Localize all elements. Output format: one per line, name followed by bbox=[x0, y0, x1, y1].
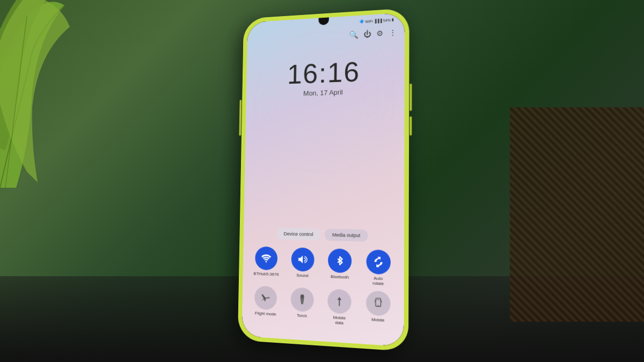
phone-wrapper: 🔷 WiFi ▐▐▐ 54% ▮ 🔍 ⏻ ⚙ ⋮ 16:16 bbox=[238, 8, 409, 352]
battery-icon: ▮ bbox=[392, 18, 394, 22]
phone-body: 🔷 WiFi ▐▐▐ 54% ▮ 🔍 ⏻ ⚙ ⋮ 16:16 bbox=[241, 12, 405, 346]
mobile-tile-icon bbox=[366, 290, 391, 316]
sound-tile[interactable]: Sound bbox=[286, 247, 319, 284]
bluetooth-tile-icon bbox=[328, 248, 352, 273]
volume-up-side-button[interactable] bbox=[239, 100, 241, 136]
torch-tile-icon bbox=[290, 287, 313, 312]
power-side-button[interactable] bbox=[409, 84, 412, 111]
torch-tile-label: Torch bbox=[297, 313, 307, 319]
wifi-tile-label: BTHub5-3676 bbox=[253, 271, 279, 277]
auto-rotate-tile-icon bbox=[366, 249, 391, 275]
clock-area: 16:16 Mon, 17 April bbox=[287, 58, 361, 98]
top-buttons-row: Device control Media output bbox=[248, 227, 399, 242]
bluetooth-status-icon: 🔷 bbox=[360, 19, 364, 24]
auto-rotate-tile-label: Auto rotate bbox=[372, 276, 384, 287]
device-control-button[interactable]: Device control bbox=[276, 227, 320, 240]
svg-point-9 bbox=[266, 261, 267, 262]
flight-mode-tile-icon bbox=[254, 285, 277, 310]
mobile-data-tile[interactable]: Mobile data bbox=[323, 289, 356, 327]
power-icon[interactable]: ⏻ bbox=[363, 29, 371, 39]
battery-percentage: 54% bbox=[383, 18, 391, 23]
clock-time: 16:16 bbox=[287, 58, 360, 88]
bluetooth-tile[interactable]: Bluetooth bbox=[323, 248, 357, 285]
tiles-grid: BTHub5-3676 Sound bbox=[247, 246, 398, 329]
mobile-data-tile-label: Mobile data bbox=[333, 315, 346, 326]
auto-rotate-tile[interactable]: Auto rotate bbox=[361, 249, 396, 287]
spiral-wallpaper bbox=[251, 24, 398, 176]
search-icon[interactable]: 🔍 bbox=[349, 30, 358, 39]
phone-outer-case: 🔷 WiFi ▐▐▐ 54% ▮ 🔍 ⏻ ⚙ ⋮ 16:16 bbox=[238, 8, 409, 352]
volume-down-side-button[interactable] bbox=[409, 116, 412, 136]
sound-tile-icon bbox=[291, 247, 314, 272]
status-icons: 🔷 WiFi ▐▐▐ 54% ▮ bbox=[360, 18, 394, 24]
flight-mode-tile-label: Flight mode bbox=[255, 311, 276, 317]
media-output-button[interactable]: Media output bbox=[325, 228, 368, 241]
mobile-data-tile-icon bbox=[327, 289, 352, 314]
svg-point-2 bbox=[261, 35, 387, 165]
plant-leaves bbox=[0, 0, 145, 198]
more-options-icon[interactable]: ⋮ bbox=[389, 28, 397, 37]
settings-icon[interactable]: ⚙ bbox=[376, 29, 383, 38]
mobile-tile-label: Mobile bbox=[371, 317, 384, 323]
torch-tile[interactable]: Torch bbox=[286, 287, 319, 324]
wifi-status-icon: WiFi bbox=[365, 19, 373, 24]
bluetooth-tile-label: Bluetooth bbox=[331, 274, 349, 280]
control-panel: Device control Media output bbox=[247, 227, 398, 329]
mobile-tile[interactable]: Mobile bbox=[361, 290, 396, 329]
phone-screen: 🔷 WiFi ▐▐▐ 54% ▮ 🔍 ⏻ ⚙ ⋮ 16:16 bbox=[241, 12, 405, 346]
signal-bars-icon: ▐▐▐ bbox=[374, 19, 382, 23]
wifi-tile[interactable]: BTHub5-3676 bbox=[250, 246, 282, 283]
flight-mode-tile[interactable]: Flight mode bbox=[250, 285, 282, 322]
wifi-tile-icon bbox=[255, 246, 277, 270]
sound-tile-label: Sound bbox=[296, 272, 309, 278]
svg-point-14 bbox=[378, 305, 379, 306]
basket-texture bbox=[510, 107, 644, 322]
